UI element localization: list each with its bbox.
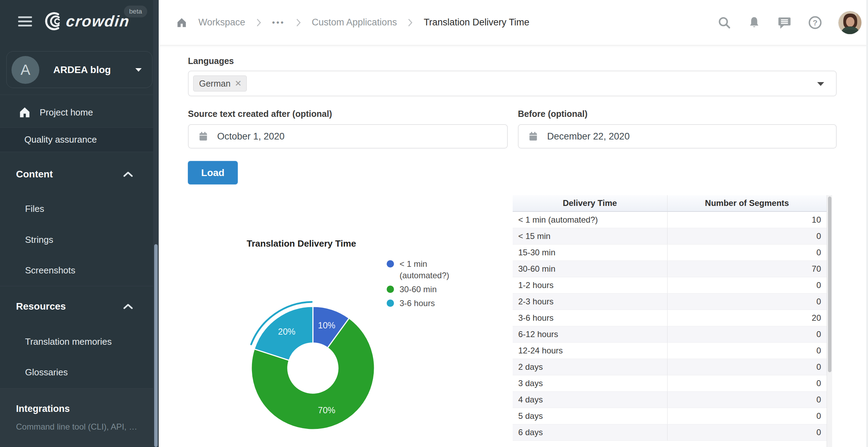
column-header-number-of-segments[interactable]: Number of Segments (667, 195, 827, 211)
help-icon[interactable]: ? (807, 15, 823, 30)
pie-slice-percent-label: 20% (278, 327, 295, 336)
legend-label: 30-60 min (400, 284, 437, 295)
page-scrollbar-track[interactable] (866, 0, 868, 447)
legend-dot-icon (387, 300, 394, 307)
after-date-label: Source text created after (optional) (188, 109, 332, 119)
hamburger-menu-icon[interactable] (18, 16, 32, 29)
table-cell: 0 (667, 359, 827, 375)
legend-item[interactable]: 30-60 min (387, 284, 449, 295)
before-date-input[interactable]: December 22, 2020 (518, 124, 837, 149)
table-row[interactable]: 2-3 hours0 (513, 293, 827, 310)
chevron-up-icon (123, 171, 133, 177)
pie-slice-percent-label: 10% (318, 320, 336, 330)
table-row[interactable]: 5 days0 (513, 408, 827, 424)
sidebar-section-integrations[interactable]: Integrations (0, 399, 153, 418)
table-cell: 15-30 min (513, 244, 667, 261)
topbar-actions: ? (717, 11, 868, 34)
table-cell: 0 (667, 375, 827, 391)
table-header-row: Delivery Time Number of Segments (513, 195, 827, 211)
sidebar-item-glossaries[interactable]: Glossaries (25, 367, 68, 378)
section-label: Resources (16, 301, 66, 312)
project-name: ARDEA blog (53, 51, 111, 88)
project-switcher[interactable]: A ARDEA blog (6, 51, 152, 88)
table-row[interactable]: < 1 min (automated?)10 (513, 211, 827, 228)
user-avatar[interactable] (838, 11, 862, 34)
after-date-input[interactable]: October 1, 2020 (188, 124, 508, 149)
sidebar-scrollbar-thumb[interactable] (154, 244, 158, 447)
table-row[interactable]: 1-2 hours0 (513, 277, 827, 293)
legend-item[interactable]: 3-6 hours (387, 297, 449, 309)
language-tag-german[interactable]: German ✕ (193, 75, 247, 91)
chevron-right-icon (296, 18, 301, 27)
table-row[interactable]: < 15 min0 (513, 228, 827, 244)
search-icon[interactable] (717, 15, 732, 30)
table-cell: 0 (667, 326, 827, 342)
legend-label: < 1 min (400, 259, 427, 269)
crowdin-swoosh-icon (44, 12, 63, 31)
table-cell: 0 (667, 277, 827, 293)
language-tag-label: German (199, 79, 230, 89)
home-icon[interactable] (176, 17, 188, 28)
table-cell: 0 (667, 228, 827, 244)
legend-item[interactable]: < 1 min (automated?) (387, 258, 449, 281)
table-row[interactable]: 15-30 min0 (513, 244, 827, 261)
table-cell: 0 (667, 244, 827, 261)
table-cell: < 1 min (automated?) (513, 211, 667, 228)
table-row[interactable]: 6-12 hours0 (513, 326, 827, 342)
table-row[interactable]: 30-60 min70 (513, 261, 827, 277)
table-row[interactable]: 3 days0 (513, 375, 827, 391)
table-cell: 2 days (513, 359, 667, 375)
table-cell: 10 (667, 211, 827, 228)
sidebar-section-resources[interactable]: Resources (0, 296, 153, 317)
sidebar-scrollbar-track[interactable] (153, 0, 159, 447)
divider (0, 95, 153, 95)
breadcrumb-workspace[interactable]: Workspace (198, 17, 245, 28)
table-row[interactable]: 4 days0 (513, 391, 827, 408)
table-row[interactable]: 12-24 hours0 (513, 342, 827, 359)
main-content: Languages German ✕ Source text created a… (159, 45, 868, 447)
section-label: Content (16, 169, 53, 180)
section-label: Integrations (16, 404, 70, 414)
sidebar-item-screenshots[interactable]: Screenshots (25, 265, 76, 276)
sidebar: crowdin beta A ARDEA blog Project home Q… (0, 0, 159, 447)
column-header-delivery-time[interactable]: Delivery Time (513, 195, 667, 211)
breadcrumb-ellipsis[interactable]: ••• (272, 18, 285, 27)
crowdin-logo[interactable]: crowdin (44, 12, 130, 31)
table-cell: < 15 min (513, 228, 667, 244)
remove-language-icon[interactable]: ✕ (235, 79, 242, 88)
table-row[interactable]: 2 days0 (513, 359, 827, 375)
segments-table-body: < 1 min (automated?)10< 15 min015-30 min… (513, 211, 827, 440)
sidebar-item-files[interactable]: Files (25, 203, 44, 214)
notifications-bell-icon[interactable] (747, 15, 762, 30)
load-button[interactable]: Load (188, 161, 238, 184)
table-cell: 30-60 min (513, 261, 667, 277)
table-cell: 70 (667, 261, 827, 277)
calendar-icon (198, 131, 209, 142)
table-row[interactable]: 6 days0 (513, 424, 827, 440)
table-cell: 3 days (513, 375, 667, 391)
table-row[interactable]: 3-6 hours20 (513, 310, 827, 326)
table-cell: 0 (667, 408, 827, 424)
table-scrollbar-track[interactable] (827, 195, 832, 447)
table-cell: 0 (667, 342, 827, 359)
sidebar-item-quality-assurance[interactable]: Quality assurance (0, 128, 153, 152)
legend-dot-icon (387, 286, 394, 293)
chart-title: Translation Delivery Time (197, 238, 406, 249)
table-scrollbar-thumb[interactable] (828, 197, 831, 372)
sidebar-section-content[interactable]: Content (0, 164, 153, 184)
sidebar-item-strings[interactable]: Strings (25, 234, 53, 245)
sidebar-item-translation-memories[interactable]: Translation memories (25, 336, 112, 347)
table-cell: 1-2 hours (513, 277, 667, 293)
before-date-label: Before (optional) (518, 109, 587, 119)
breadcrumb-custom-applications[interactable]: Custom Applications (312, 17, 397, 28)
divider (0, 445, 153, 445)
languages-select[interactable]: German ✕ (188, 71, 837, 96)
donut-chart[interactable]: 10%70%20% (240, 295, 386, 441)
sidebar-item-project-home[interactable]: Project home (0, 97, 153, 127)
chevron-right-icon (256, 18, 261, 27)
breadcrumb-current-page: Translation Delivery Time (424, 17, 529, 28)
sidebar-item-label: Quality assurance (24, 134, 97, 145)
table-cell: 20 (667, 310, 827, 326)
messages-icon[interactable] (777, 15, 792, 30)
breadcrumb: Workspace ••• Custom Applications Transl… (159, 17, 717, 28)
